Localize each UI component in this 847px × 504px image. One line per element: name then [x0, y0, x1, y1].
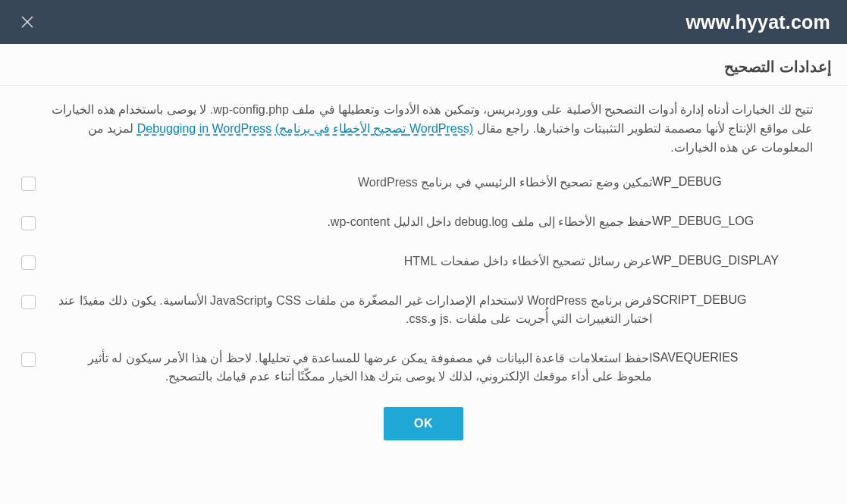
option-name: WP_DEBUG_LOG — [652, 213, 815, 228]
checkbox-wp-debug-log[interactable] — [21, 216, 36, 230]
option-desc: احفظ استعلامات قاعدة البيانات في مصفوفة … — [46, 349, 652, 386]
option-desc: تمكين وضع تصحيح الأخطاء الرئيسي في برنام… — [46, 174, 652, 192]
modal-footer: OK — [15, 407, 832, 440]
option-desc: عرض رسائل تصحيح الأخطاء داخل صفحات HTML — [46, 252, 652, 271]
option-name: SAVEQUERIES — [652, 349, 815, 365]
site-title: www.hyyat.com — [685, 11, 830, 33]
intro-text: تتيح لك الخيارات أدناه إدارة أدوات التصح… — [42, 101, 813, 157]
options-list: WP_DEBUG تمكين وضع تصحيح الأخطاء الرئيسي… — [21, 174, 815, 386]
checkbox-savequeries[interactable] — [21, 352, 36, 367]
option-row-wp-debug-display: WP_DEBUG_DISPLAY عرض رسائل تصحيح الأخطاء… — [21, 252, 815, 271]
option-name: WP_DEBUG — [652, 174, 815, 189]
option-desc: حفظ جميع الأخطاء إلى ملف debug.log داخل … — [46, 213, 652, 231]
option-row-script-debug: SCRIPT_DEBUG فرض برنامج WordPress لاستخد… — [21, 292, 815, 328]
divider — [0, 85, 847, 86]
option-desc: فرض برنامج WordPress لاستخدام الإصدارات … — [46, 292, 652, 328]
ok-button[interactable]: OK — [384, 407, 463, 440]
option-row-savequeries: SAVEQUERIES احفظ استعلامات قاعدة البيانا… — [21, 349, 815, 386]
checkbox-script-debug[interactable] — [21, 295, 36, 309]
option-name: SCRIPT_DEBUG — [652, 292, 815, 307]
page-title: إعدادات التصحيح — [15, 58, 832, 85]
modal-header: www.hyyat.com — [0, 0, 847, 44]
close-icon[interactable] — [21, 16, 33, 28]
checkbox-wp-debug-display[interactable] — [21, 255, 36, 270]
checkbox-wp-debug[interactable] — [21, 177, 36, 191]
option-row-wp-debug-log: WP_DEBUG_LOG حفظ جميع الأخطاء إلى ملف de… — [21, 213, 815, 231]
option-name: WP_DEBUG_DISPLAY — [652, 252, 815, 268]
debugging-link[interactable]: Debugging in WordPress (تصحيح الأخطاء في… — [137, 122, 473, 135]
option-row-wp-debug: WP_DEBUG تمكين وضع تصحيح الأخطاء الرئيسي… — [21, 174, 815, 192]
